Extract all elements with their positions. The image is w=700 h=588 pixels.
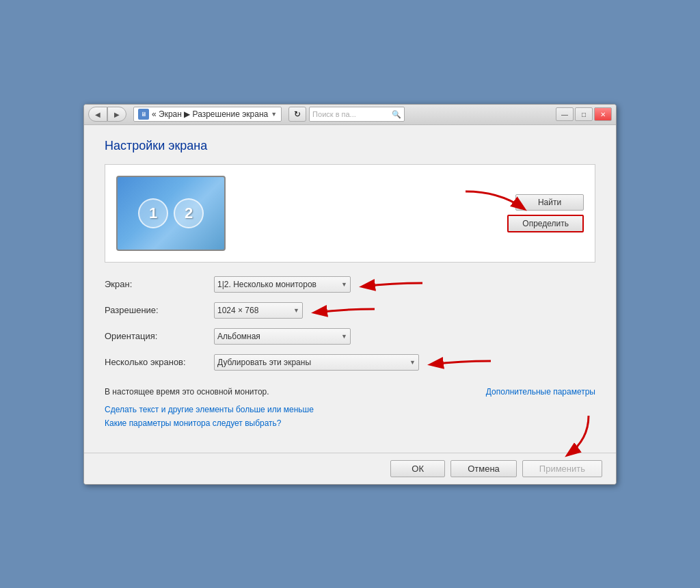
close-button[interactable]: ✕ bbox=[594, 107, 612, 121]
title-bar-controls: — □ ✕ bbox=[556, 107, 612, 121]
label-multi-screen: Несколько экранов: bbox=[105, 357, 214, 367]
select-screen-value: 1|2. Несколько мониторов bbox=[217, 280, 317, 289]
form-row-multi-screen: Несколько экранов: Дублировать эти экран… bbox=[105, 354, 595, 371]
status-line: В настоящее время это основной монитор. … bbox=[105, 387, 595, 397]
find-button[interactable]: Найти bbox=[515, 194, 584, 211]
select-resolution-value: 1024 × 768 bbox=[217, 306, 258, 315]
arrow-to-screen bbox=[358, 273, 426, 300]
monitor-buttons: Найти Определить bbox=[507, 194, 584, 232]
select-screen[interactable]: 1|2. Несколько мониторов ▼ bbox=[214, 276, 351, 293]
window: ◀ ▶ 🖥 « Экран ▶ Разрешение экрана ▼ ↻ По… bbox=[83, 104, 617, 485]
monitor-1: 1 bbox=[138, 198, 168, 228]
label-screen: Экран: bbox=[105, 279, 214, 289]
maximize-button[interactable]: □ bbox=[575, 107, 593, 121]
arrow-to-resolution bbox=[310, 299, 378, 326]
monitor-preview: 1 2 bbox=[116, 176, 226, 251]
refresh-button[interactable]: ↻ bbox=[288, 107, 306, 122]
select-multi-screen-value: Дублировать эти экраны bbox=[217, 358, 311, 367]
monitor-2: 2 bbox=[174, 198, 204, 228]
address-path: « Экран ▶ Разрешение экрана bbox=[152, 109, 268, 119]
select-multi-screen[interactable]: Дублировать эти экраны ▼ bbox=[214, 354, 419, 371]
main-content: Настройки экрана 1 2 Найти Определить bbox=[84, 125, 616, 453]
ok-button[interactable]: ОК bbox=[390, 460, 445, 477]
label-resolution: Разрешение: bbox=[105, 305, 214, 315]
monitor-numbers: 1 2 bbox=[138, 198, 204, 228]
address-dropdown-arrow: ▼ bbox=[271, 111, 277, 118]
control-orientation: Альбомная ▼ bbox=[214, 328, 351, 345]
monitor-section-wrapper: 1 2 Найти Определить bbox=[105, 164, 595, 263]
advanced-params-link[interactable]: Дополнительные параметры bbox=[486, 387, 595, 397]
control-resolution: 1024 × 768 ▼ bbox=[214, 302, 303, 319]
links-section: Сделать текст и другие элементы больше и… bbox=[105, 405, 595, 428]
nav-buttons: ◀ ▶ bbox=[88, 107, 126, 122]
detect-button[interactable]: Определить bbox=[507, 215, 584, 232]
title-bar: ◀ ▶ 🖥 « Экран ▶ Разрешение экрана ▼ ↻ По… bbox=[84, 105, 616, 125]
search-placeholder: Поиск в па... bbox=[312, 110, 389, 118]
form-row-orientation: Ориентация: Альбомная ▼ bbox=[105, 328, 595, 345]
select-multi-screen-arrow: ▼ bbox=[409, 359, 416, 366]
search-icon: 🔍 bbox=[392, 110, 401, 119]
minimize-button[interactable]: — bbox=[556, 107, 574, 121]
select-orientation-arrow: ▼ bbox=[341, 333, 347, 340]
address-bar[interactable]: 🖥 « Экран ▶ Разрешение экрана ▼ bbox=[133, 107, 282, 122]
control-multi-screen: Дублировать эти экраны ▼ bbox=[214, 354, 419, 371]
monitor-section: 1 2 Найти Определить bbox=[105, 164, 595, 263]
status-text: В настоящее время это основной монитор. bbox=[105, 387, 269, 397]
title-bar-left: ◀ ▶ 🖥 « Экран ▶ Разрешение экрана ▼ ↻ По… bbox=[88, 107, 405, 122]
form-row-screen: Экран: 1|2. Несколько мониторов ▼ bbox=[105, 276, 595, 293]
select-orientation[interactable]: Альбомная ▼ bbox=[214, 328, 351, 345]
apply-button[interactable]: Применить bbox=[522, 460, 602, 477]
form-section: Экран: 1|2. Несколько мониторов ▼ bbox=[105, 276, 595, 387]
footer: ОК Отмена Применить bbox=[84, 453, 616, 484]
select-resolution[interactable]: 1024 × 768 ▼ bbox=[214, 302, 303, 319]
link-text-size[interactable]: Сделать текст и другие элементы больше и… bbox=[105, 405, 595, 414]
arrow-to-multi-screen bbox=[426, 351, 494, 378]
label-orientation: Ориентация: bbox=[105, 331, 214, 341]
select-resolution-arrow: ▼ bbox=[293, 307, 299, 314]
search-bar[interactable]: Поиск в па... 🔍 bbox=[309, 107, 405, 122]
select-screen-arrow: ▼ bbox=[341, 281, 347, 288]
forward-button[interactable]: ▶ bbox=[107, 107, 126, 122]
cancel-button[interactable]: Отмена bbox=[450, 460, 517, 477]
control-screen: 1|2. Несколько мониторов ▼ bbox=[214, 276, 351, 293]
form-row-resolution: Разрешение: 1024 × 768 ▼ bbox=[105, 302, 595, 319]
select-orientation-value: Альбомная bbox=[217, 332, 260, 341]
back-button[interactable]: ◀ bbox=[88, 107, 107, 122]
page-title: Настройки экрана bbox=[105, 139, 595, 153]
link-monitor-params[interactable]: Какие параметры монитора следует выбрать… bbox=[105, 418, 595, 428]
address-icon: 🖥 bbox=[138, 109, 149, 120]
